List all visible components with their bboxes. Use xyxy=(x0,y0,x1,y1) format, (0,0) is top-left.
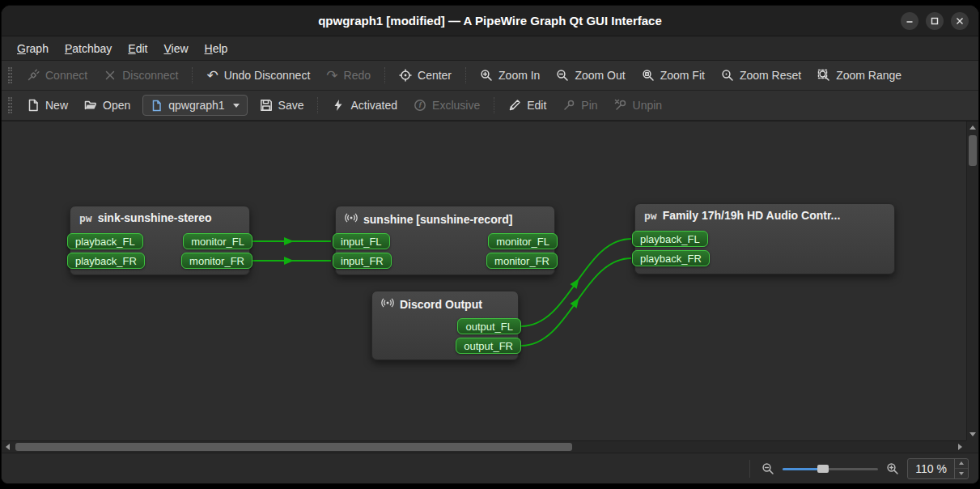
horizontal-scroll-thumb[interactable] xyxy=(15,443,572,451)
port-input-fr[interactable]: input_FR xyxy=(333,253,392,269)
scroll-up-button[interactable] xyxy=(966,121,978,134)
close-icon xyxy=(956,17,964,25)
pipewire-icon: pw xyxy=(79,212,92,224)
scroll-left-button[interactable] xyxy=(2,440,14,453)
toolbar-drag-handle[interactable] xyxy=(8,97,12,113)
toolbar-separator xyxy=(317,97,318,113)
zoom-reset-button[interactable]: Zoom Reset xyxy=(714,65,808,86)
zoom-in-icon[interactable] xyxy=(886,462,899,475)
undo-disconnect-button[interactable]: ↶ Undo Disconnect xyxy=(199,65,317,86)
arrow-right-icon xyxy=(958,444,962,450)
node-discord-output[interactable]: Discord Output output_FL output_FR xyxy=(371,291,519,360)
connection-arrow-icon xyxy=(570,276,582,289)
port-input-fl[interactable]: input_FL xyxy=(333,233,390,249)
zoom-in-button[interactable]: Zoom In xyxy=(473,65,547,86)
toolbar-separator xyxy=(494,97,494,113)
pin-icon xyxy=(562,99,575,112)
toolbar-separator xyxy=(192,67,193,83)
graph-canvas[interactable]: pw sink-sunshine-stereo playback_FL play… xyxy=(2,121,966,440)
new-button[interactable]: New xyxy=(19,95,75,116)
arrow-up-icon xyxy=(969,125,976,130)
menu-help[interactable]: Help xyxy=(197,39,235,58)
menu-patchbay[interactable]: Patchbay xyxy=(57,39,119,58)
edit-pencil-icon xyxy=(508,99,521,112)
disconnect-button[interactable]: Disconnect xyxy=(96,65,185,86)
node-title: Discord Output xyxy=(372,291,518,313)
maximize-button[interactable] xyxy=(926,12,944,30)
zoom-range-icon xyxy=(817,69,830,82)
save-icon xyxy=(260,99,273,112)
spin-down-button[interactable] xyxy=(955,468,968,478)
canvas-frame: pw sink-sunshine-stereo playback_FL play… xyxy=(2,121,978,453)
vertical-scrollbar[interactable] xyxy=(966,121,978,440)
open-folder-icon xyxy=(84,99,97,112)
arrow-up-icon xyxy=(959,461,964,465)
port-monitor-fl[interactable]: monitor_FL xyxy=(488,233,558,249)
zoom-fit-button[interactable]: Zoom Fit xyxy=(634,65,712,86)
menu-view[interactable]: View xyxy=(156,39,195,58)
unpin-button[interactable]: Unpin xyxy=(607,95,670,116)
titlebar[interactable]: qpwgraph1 [modified] — A PipeWire Graph … xyxy=(2,6,978,36)
patchbay-file-icon xyxy=(151,100,163,112)
zoom-slider[interactable] xyxy=(783,461,878,477)
port-output-fl[interactable]: output_FL xyxy=(457,318,521,334)
arrow-down-icon xyxy=(959,472,964,475)
scroll-down-button[interactable] xyxy=(966,428,978,440)
port-monitor-fr[interactable]: monitor_FR xyxy=(486,253,558,269)
menu-graph[interactable]: Graph xyxy=(10,39,56,58)
unpin-icon xyxy=(614,99,627,112)
redo-button[interactable]: ↷ Redo xyxy=(319,65,378,86)
graph-toolbar: Connect Disconnect ↶ Undo Disconnect ↷ R… xyxy=(2,61,978,91)
connect-icon xyxy=(27,69,40,82)
menubar: Graph Patchbay Edit View Help xyxy=(2,36,978,61)
app-window: qpwgraph1 [modified] — A PipeWire Graph … xyxy=(1,5,979,484)
edit-button[interactable]: Edit xyxy=(501,95,554,116)
activated-lightning-icon xyxy=(332,99,345,112)
patchbay-toolbar: New Open qpwgraph1 Save Activated f Excl… xyxy=(2,91,978,121)
zoom-out-button[interactable]: Zoom Out xyxy=(549,65,632,86)
zoom-out-icon[interactable] xyxy=(762,462,774,475)
menu-edit[interactable]: Edit xyxy=(121,39,155,58)
svg-text:f: f xyxy=(418,100,422,109)
connect-button[interactable]: Connect xyxy=(19,65,95,86)
port-playback-fl[interactable]: playback_FL xyxy=(632,231,708,247)
node-sunshine-record[interactable]: sunshine [sunshine-record] input_FL inpu… xyxy=(335,206,555,275)
new-file-icon xyxy=(27,99,40,112)
zoom-fit-icon xyxy=(642,69,655,82)
spin-up-button[interactable] xyxy=(955,459,968,469)
port-playback-fr[interactable]: playback_FR xyxy=(67,253,145,269)
horizontal-scrollbar[interactable] xyxy=(2,440,966,453)
disconnect-icon xyxy=(104,69,117,82)
port-output-fr[interactable]: output_FR xyxy=(456,338,521,354)
zoom-spinbox[interactable]: 110 % xyxy=(907,458,969,479)
node-sink-sunshine-stereo[interactable]: pw sink-sunshine-stereo playback_FL play… xyxy=(70,206,250,275)
zoom-range-button[interactable]: Zoom Range xyxy=(810,65,909,86)
pin-button[interactable]: Pin xyxy=(555,95,605,116)
port-monitor-fl[interactable]: monitor_FL xyxy=(183,233,252,249)
window-title: qpwgraph1 [modified] — A PipeWire Graph … xyxy=(318,14,662,28)
toolbar-drag-handle[interactable] xyxy=(8,67,12,83)
zoom-reset-icon xyxy=(721,69,734,82)
exclusive-button[interactable]: f Exclusive xyxy=(406,95,487,116)
vertical-scroll-thumb[interactable] xyxy=(969,135,977,166)
port-monitor-fr[interactable]: monitor_FR xyxy=(181,253,252,269)
zoom-value[interactable]: 110 % xyxy=(908,459,954,478)
zoom-out-icon xyxy=(556,69,569,82)
close-button[interactable] xyxy=(951,12,969,30)
activated-button[interactable]: Activated xyxy=(325,95,405,116)
open-button[interactable]: Open xyxy=(77,95,138,116)
minimize-icon xyxy=(906,17,914,25)
center-button[interactable]: Center xyxy=(392,65,459,86)
statusbar: 110 % xyxy=(2,453,978,483)
scroll-right-button[interactable] xyxy=(954,440,966,453)
port-playback-fr[interactable]: playback_FR xyxy=(632,250,710,266)
statusbar-separator xyxy=(749,460,750,478)
patchbay-profile-combobox[interactable]: qpwgraph1 xyxy=(142,95,247,116)
node-family-hd-audio[interactable]: pw Family 17h/19h HD Audio Contr... play… xyxy=(634,203,895,274)
arrow-down-icon xyxy=(969,432,976,436)
zoom-slider-handle[interactable] xyxy=(817,465,829,473)
save-button[interactable]: Save xyxy=(252,95,312,116)
spin-arrows xyxy=(954,459,968,478)
port-playback-fl[interactable]: playback_FL xyxy=(67,233,143,249)
minimize-button[interactable] xyxy=(901,12,918,30)
